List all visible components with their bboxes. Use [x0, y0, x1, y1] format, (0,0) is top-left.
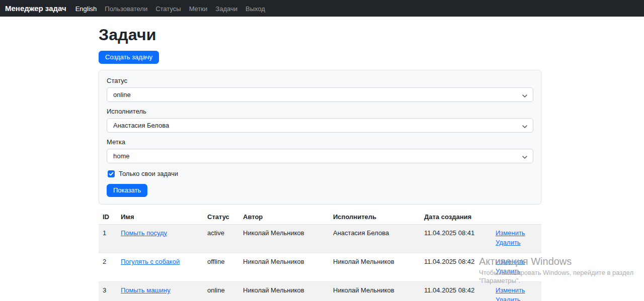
- delete-link[interactable]: Удалить: [496, 296, 537, 301]
- header-actions: [492, 210, 541, 225]
- cell-assignee: Николай Мельников: [329, 253, 420, 282]
- cell-status: offline: [203, 253, 239, 282]
- header-created: Дата создания: [420, 210, 492, 225]
- filter-panel: Статус online Исполнитель Анастасия Бело…: [99, 70, 541, 205]
- header-status: Статус: [203, 210, 239, 225]
- table-row: 2 Погулять с собакой offline Николай Мел…: [99, 253, 541, 282]
- nav-item-statuses[interactable]: Статусы: [151, 5, 185, 13]
- tag-select-value: home: [113, 152, 130, 160]
- status-select[interactable]: online: [107, 87, 533, 102]
- cell-author: Николай Мельников: [239, 225, 329, 253]
- assignee-select-value: Анастасия Белова: [113, 122, 169, 129]
- table-row: 1 Помыть посуду active Николай Мельников…: [99, 225, 541, 253]
- tasks-table: ID Имя Статус Автор Исполнитель Дата соз…: [99, 210, 541, 301]
- chevron-down-icon: [522, 123, 527, 128]
- tag-filter-label: Метка: [107, 138, 533, 146]
- status-filter-group: Статус online: [107, 77, 533, 102]
- edit-link[interactable]: Изменить: [496, 286, 537, 294]
- header-author: Автор: [239, 210, 329, 225]
- cell-created: 11.04.2025 08:42: [420, 253, 492, 282]
- cell-author: Николай Мельников: [239, 282, 329, 301]
- edit-link[interactable]: Изменить: [496, 229, 537, 237]
- main-content: Задачи Создать задачу Статус online Испо…: [99, 26, 541, 301]
- assignee-filter-group: Исполнитель Анастасия Белова: [107, 108, 533, 133]
- header-id: ID: [99, 210, 117, 225]
- header-assignee: Исполнитель: [329, 210, 420, 225]
- only-mine-check-row: Только свои задачи: [108, 170, 533, 177]
- page-title: Задачи: [99, 26, 541, 44]
- check-icon: [109, 171, 114, 176]
- cell-created: 11.04.2025 08:42: [420, 282, 492, 301]
- table-row: 3 Помыть машину online Николай Мельников…: [99, 282, 541, 301]
- top-navbar: Менеджер задач English Пользователи Стат…: [0, 0, 644, 17]
- cell-status: online: [203, 282, 239, 301]
- show-button[interactable]: Показать: [107, 184, 147, 197]
- cell-id: 3: [99, 282, 117, 301]
- task-name-link[interactable]: Погулять с собакой: [121, 258, 180, 265]
- nav-item-tags[interactable]: Метки: [185, 5, 212, 13]
- nav-item-english[interactable]: English: [71, 5, 101, 13]
- cell-assignee: Анастасия Белова: [329, 225, 420, 253]
- tag-filter-group: Метка home: [107, 138, 533, 163]
- chevron-down-icon: [522, 154, 527, 159]
- delete-link[interactable]: Удалить: [496, 267, 537, 275]
- delete-link[interactable]: Удалить: [496, 239, 537, 246]
- cell-id: 2: [99, 253, 117, 282]
- assignee-filter-label: Исполнитель: [107, 108, 533, 115]
- cell-created: 11.04.2025 08:41: [420, 225, 492, 253]
- task-name-link[interactable]: Помыть посуду: [121, 229, 167, 237]
- nav-item-tasks[interactable]: Задачи: [211, 5, 242, 13]
- cell-author: Николай Мельников: [239, 253, 329, 282]
- task-name-link[interactable]: Помыть машину: [121, 286, 171, 294]
- chevron-down-icon: [522, 92, 527, 97]
- status-select-value: online: [113, 91, 131, 98]
- cell-status: active: [203, 225, 239, 253]
- only-mine-label[interactable]: Только свои задачи: [119, 170, 178, 177]
- header-name: Имя: [117, 210, 203, 225]
- status-filter-label: Статус: [107, 77, 533, 84]
- cell-assignee: Николай Мельников: [329, 282, 420, 301]
- nav-item-logout[interactable]: Выход: [242, 5, 269, 13]
- table-header-row: ID Имя Статус Автор Исполнитель Дата соз…: [99, 210, 541, 225]
- assignee-select[interactable]: Анастасия Белова: [107, 118, 533, 133]
- create-task-button[interactable]: Создать задачу: [99, 51, 159, 64]
- cell-id: 1: [99, 225, 117, 253]
- app-brand[interactable]: Менеджер задач: [5, 4, 66, 13]
- edit-link[interactable]: Изменить: [496, 258, 537, 265]
- only-mine-checkbox[interactable]: [108, 170, 115, 177]
- tag-select[interactable]: home: [107, 149, 533, 163]
- nav-menu: English Пользователи Статусы Метки Задач…: [71, 4, 269, 13]
- nav-item-users[interactable]: Пользователи: [101, 5, 151, 13]
